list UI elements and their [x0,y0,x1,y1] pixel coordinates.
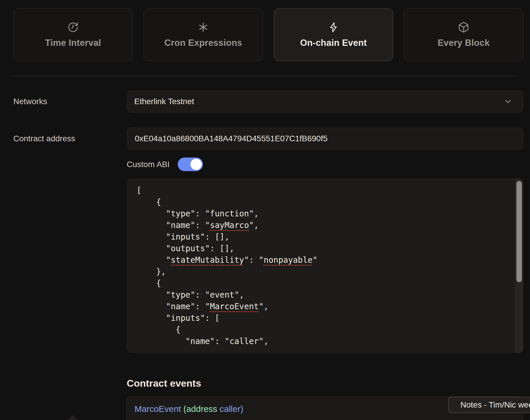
tab-label: Cron Expressions [164,38,242,48]
trigger-type-tabs: Time Interval Cron Expressions On-chain … [13,8,523,61]
code-line: { [137,324,506,336]
custom-abi-row: Custom ABI [127,158,203,171]
networks-label: Networks [13,97,47,106]
code-line: "type": "function", [137,208,506,220]
abi-code-content: [ { "type": "function", "name": "sayMarc… [127,178,523,353]
tab-label: Every Block [438,38,490,48]
tab-label: On-chain Event [300,38,367,48]
clock-rotate-icon [67,21,79,33]
code-line: "name": "MarcoEvent", [137,301,506,312]
code-line: [ [137,185,506,196]
code-line: "outputs": [], [137,243,506,254]
abi-code-editor[interactable]: [ { "type": "function", "name": "sayMarc… [127,178,523,353]
editor-scrollbar-track[interactable] [515,178,523,353]
code-line: "inputs": [ [137,312,506,324]
notes-tab-pointer [68,415,77,420]
lightning-icon [328,21,339,33]
code-line: "name": "sayMarco", [137,220,506,231]
network-select-value: Etherlink Testnet [134,97,194,106]
notes-tab[interactable]: Notes - Tim/Nic wee [448,397,530,413]
code-line: { [137,278,506,289]
contract-events-heading: Contract events [127,378,201,389]
tab-time-interval[interactable]: Time Interval [13,8,133,61]
contract-address-label: Contract address [13,134,75,143]
code-line: "type": "event", [137,289,506,301]
tab-on-chain-event[interactable]: On-chain Event [274,8,393,61]
code-line: "inputs": [], [137,231,506,243]
trigger-config-screen: Time Interval Cron Expressions On-chain … [0,0,530,420]
chevron-down-icon [503,97,513,106]
toggle-knob [190,159,202,170]
contract-address-value: 0xE04a10a86800BA148A4794D45551E07C1fB690… [135,134,328,143]
tab-label: Time Interval [45,38,101,48]
tab-every-block[interactable]: Every Block [404,8,523,61]
cube-icon [458,21,469,33]
notes-tab-label: Notes - Tim/Nic wee [460,400,530,410]
network-select[interactable]: Etherlink Testnet [127,90,523,113]
tab-cron-expressions[interactable]: Cron Expressions [144,8,263,61]
custom-abi-label: Custom ABI [127,160,170,169]
code-line: }, [137,266,506,278]
section-divider [13,76,515,76]
editor-scrollbar-thumb[interactable] [516,181,522,282]
code-line: { [137,196,506,208]
custom-abi-toggle[interactable] [178,158,203,171]
code-line: "name": "caller", [137,336,506,347]
contract-address-input[interactable]: 0xE04a10a86800BA148A4794D45551E07C1fB690… [127,128,523,150]
code-line: "stateMutability": "nonpayable" [137,254,506,266]
asterisk-icon [197,21,209,33]
